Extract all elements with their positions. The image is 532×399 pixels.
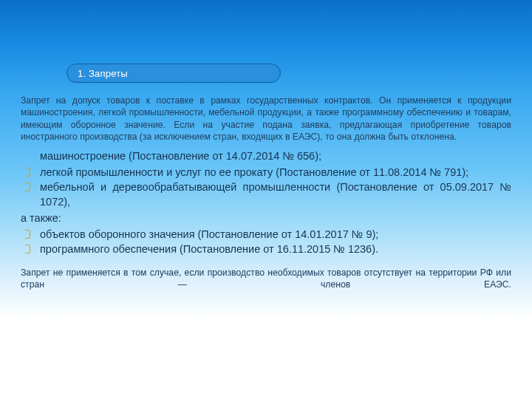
list-primary: легкой промышленности и услуг по ее прок… bbox=[21, 165, 511, 209]
section-tag: 1. Запреты bbox=[66, 64, 281, 83]
list-item: мебельной и деревообрабатывающей промышл… bbox=[21, 180, 511, 209]
slide-body: Запрет на допуск товаров к поставке в ра… bbox=[0, 0, 532, 306]
list-secondary: объектов оборонного значения (Постановле… bbox=[21, 227, 511, 256]
outro-paragraph: Запрет не применяется в том случае, если… bbox=[21, 267, 511, 291]
section-tag-label: 1. Запреты bbox=[78, 68, 128, 79]
list-item: легкой промышленности и услуг по ее прок… bbox=[21, 165, 511, 180]
machinery-line: машиностроение (Постановление от 14.07.2… bbox=[21, 149, 511, 163]
list-item: объектов оборонного значения (Постановле… bbox=[21, 227, 511, 242]
list-item: программного обеспечения (Постановление … bbox=[21, 242, 511, 256]
also-line: а также: bbox=[21, 211, 511, 225]
intro-paragraph: Запрет на допуск товаров к поставке в ра… bbox=[21, 95, 511, 143]
